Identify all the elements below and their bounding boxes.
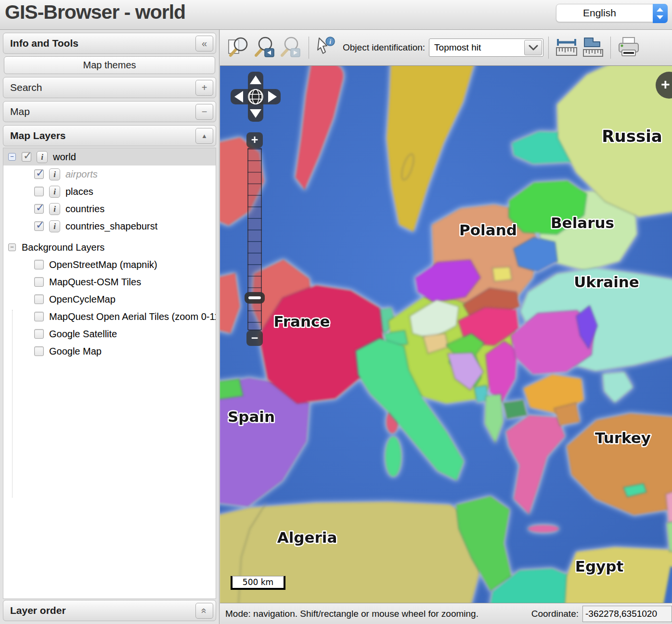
places-info-icon[interactable]: i [49, 186, 60, 198]
region-kaliningrad[interactable] [492, 267, 512, 281]
scale-bar: 500 km [231, 576, 285, 590]
map-layers-header[interactable]: Map Layers ▲ [3, 125, 216, 146]
layer-label: countries_shapeburst [65, 221, 157, 232]
coordinate-input[interactable] [582, 606, 672, 622]
layer-row-places[interactable]: i places [3, 183, 216, 200]
layer-label: MapQuest-OSM Tiles [49, 277, 141, 288]
layer-label: OpenStreetMap (mapnik) [49, 259, 157, 270]
countries-shapeburst-checkbox[interactable] [34, 221, 44, 231]
map-accordion[interactable]: Map − [3, 101, 216, 122]
google-map-checkbox[interactable] [34, 346, 44, 356]
scale-bar-label: 500 km [243, 577, 273, 587]
countries-shapeburst-info-icon[interactable]: i [49, 220, 60, 232]
zoom-previous-icon[interactable] [252, 35, 278, 61]
toolbar-separator [610, 37, 611, 59]
collapse-node-icon[interactable]: − [8, 153, 16, 161]
island-sardinia[interactable] [385, 436, 401, 477]
layer-row-world[interactable]: − i world [3, 148, 216, 166]
print-icon[interactable] [616, 35, 642, 61]
openstreetmap-checkbox[interactable] [34, 260, 44, 269]
layer-row-airports[interactable]: i airports [3, 166, 216, 183]
page-title: GIS-Browser - world [5, 1, 185, 24]
countries-checkbox[interactable] [34, 204, 44, 214]
places-checkbox[interactable] [34, 187, 44, 196]
map-title: Map [10, 106, 30, 117]
object-identification-label: Object identification: [343, 42, 425, 53]
layer-row-google-map[interactable]: Google Map [3, 343, 216, 360]
coordinate-group: Coordinate: [531, 603, 672, 624]
layer-row-countries-shapeburst[interactable]: i countries_shapeburst [3, 217, 216, 235]
layer-label: Google Satellite [49, 329, 117, 340]
zoom-in-button[interactable]: + [246, 132, 263, 148]
layer-row-mapquest-osm[interactable]: MapQuest-OSM Tiles [3, 273, 216, 291]
background-layers-group[interactable]: − Background Layers [3, 239, 216, 256]
layer-order-panel[interactable]: Layer order « [3, 600, 216, 621]
sidebar-collapse-button[interactable]: « [195, 36, 213, 51]
map-label-russia: Russia [602, 127, 662, 146]
object-identification-select[interactable]: Topmost hit [429, 38, 543, 57]
search-accordion[interactable]: Search + [3, 77, 216, 98]
opencyclemap-checkbox[interactable] [34, 294, 44, 304]
region-spain-northwest[interactable] [220, 379, 243, 400]
zoom-slider-handle[interactable] [245, 292, 265, 304]
svg-text:i: i [329, 38, 331, 45]
coordinate-label: Coordinate: [531, 609, 579, 619]
map-viewport[interactable]: Russia Poland Belarus Ukraine France Spa… [220, 66, 672, 603]
world-checkbox[interactable] [22, 152, 31, 162]
title-bar: GIS-Browser - world English [0, 0, 672, 30]
layer-row-google-satellite[interactable]: Google Satellite [3, 325, 216, 343]
zoom-full-extent-icon[interactable] [226, 35, 252, 61]
world-info-icon[interactable]: i [37, 151, 48, 163]
airports-info-icon[interactable]: i [49, 168, 60, 180]
map-label-turkey: Turkey [595, 429, 651, 446]
language-select[interactable]: English [556, 4, 668, 22]
map-label-spain: Spain [228, 408, 275, 425]
layer-tree: − i world i airports i places i countrie… [3, 148, 216, 599]
layer-row-mapquest-aerial[interactable]: MapQuest Open Aerial Tiles (zoom 0-11) [3, 308, 216, 325]
layer-label: MapQuest Open Aerial Tiles (zoom 0-11) [49, 311, 216, 322]
zoom-next-icon[interactable] [278, 35, 304, 61]
layer-label: countries [65, 204, 104, 215]
toolbar-separator [548, 37, 549, 59]
object-identification-icon[interactable]: i [314, 35, 340, 61]
island-crete[interactable] [528, 525, 559, 533]
collapse-node-icon[interactable]: − [8, 243, 16, 251]
map-label-poland: Poland [459, 221, 517, 239]
map-label-france: France [274, 313, 330, 330]
measure-length-icon[interactable] [554, 35, 580, 61]
globe-icon[interactable] [248, 89, 263, 104]
mode-text: Mode: navigation. Shift/rectangle or mou… [225, 609, 478, 619]
pan-control[interactable] [229, 70, 283, 124]
country-egypt[interactable] [565, 547, 672, 603]
measure-area-icon[interactable] [580, 35, 606, 61]
toolbar-separator [309, 37, 309, 59]
map-layers-title: Map Layers [10, 130, 66, 141]
airports-checkbox[interactable] [34, 169, 44, 179]
layer-label: OpenCycleMap [49, 294, 116, 305]
countries-info-icon[interactable]: i [49, 203, 60, 215]
country-macedonia[interactable] [503, 400, 527, 419]
map-canvas[interactable]: Russia Poland Belarus Ukraine France Spa… [220, 66, 672, 603]
map-layers-collapse-button[interactable]: ▲ [195, 128, 213, 144]
google-satellite-checkbox[interactable] [34, 329, 44, 339]
mapquest-aerial-checkbox[interactable] [34, 312, 44, 321]
layer-order-title: Layer order [10, 605, 66, 616]
object-identification-value: Topmost hit [434, 42, 481, 52]
select-stepper-icon[interactable] [653, 4, 668, 23]
layer-label: places [65, 186, 93, 197]
layer-row-opencyclemap[interactable]: OpenCycleMap [3, 291, 216, 308]
map-themes-button[interactable]: Map themes [4, 56, 215, 74]
group-label: Background Layers [22, 242, 104, 253]
info-and-tools-header[interactable]: Info and Tools « [3, 33, 216, 54]
search-expand-button[interactable]: + [195, 80, 213, 96]
map-label-belarus: Belarus [551, 214, 614, 231]
mapquest-osm-checkbox[interactable] [34, 277, 44, 287]
layer-order-expand-button[interactable]: « [195, 603, 213, 619]
info-and-tools-title: Info and Tools [10, 38, 78, 49]
zoom-out-button[interactable]: − [246, 331, 263, 346]
layer-row-countries[interactable]: i countries [3, 200, 216, 217]
map-label-egypt: Egypt [575, 558, 624, 575]
map-collapse-button[interactable]: − [195, 104, 213, 120]
chevron-down-icon[interactable] [524, 40, 542, 55]
layer-row-openstreetmap[interactable]: OpenStreetMap (mapnik) [3, 256, 216, 273]
